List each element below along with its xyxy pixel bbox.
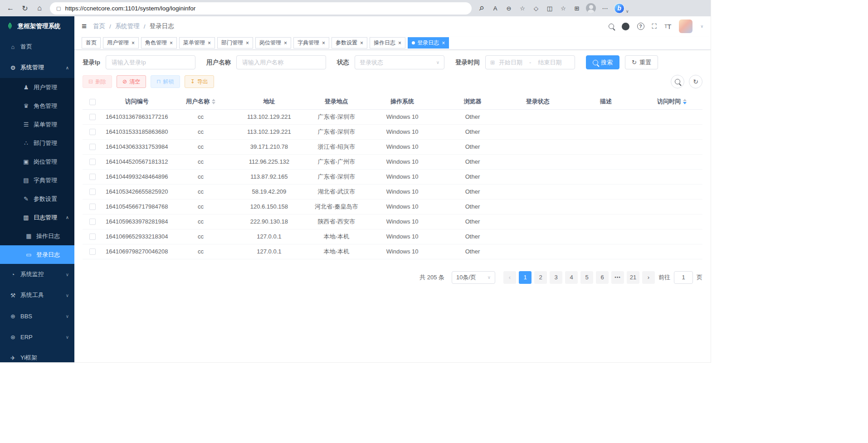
extensions-icon[interactable]: ◇: [530, 1, 542, 15]
page-button[interactable]: 3: [550, 271, 562, 284]
sort-icon[interactable]: [683, 99, 687, 104]
search-icon[interactable]: [609, 24, 614, 29]
tab[interactable]: 部门管理 ×: [217, 37, 253, 49]
tab[interactable]: 岗位管理 ×: [255, 37, 291, 49]
row-checkbox[interactable]: [89, 189, 96, 195]
column-header[interactable]: 访问时间: [641, 94, 702, 109]
tab[interactable]: 用户管理 ×: [103, 37, 139, 49]
next-page-button[interactable]: ›: [642, 271, 655, 284]
delete-button[interactable]: ⊟ 删除: [83, 75, 112, 88]
page-button[interactable]: 4: [565, 271, 578, 284]
sidebar-item[interactable]: ⊕ BBS∨: [0, 306, 74, 326]
close-icon[interactable]: ×: [284, 40, 287, 46]
app-logo[interactable]: 意框架管理系统: [0, 16, 74, 36]
reload-button[interactable]: ↻: [18, 1, 32, 15]
row-checkbox[interactable]: [89, 159, 96, 165]
tab[interactable]: 操作日志 ×: [370, 37, 405, 49]
favorites-bar-icon[interactable]: ☆: [557, 1, 570, 15]
refresh-table-button[interactable]: ↻: [689, 75, 702, 88]
close-icon[interactable]: ×: [360, 40, 363, 46]
date-range-picker[interactable]: ⊞ 开始日期 - 结束日期: [485, 55, 575, 69]
sidebar-item[interactable]: ⚒ 系统工具∨: [0, 285, 74, 306]
tab[interactable]: 首页: [82, 37, 101, 49]
read-aloud-icon[interactable]: A: [489, 1, 502, 15]
help-icon[interactable]: ?: [637, 23, 644, 30]
row-checkbox[interactable]: [89, 129, 96, 135]
table-row[interactable]: 1641044993248464896cc113.87.92.165广东省-深圳…: [83, 169, 702, 184]
page-button[interactable]: 1: [519, 271, 532, 284]
table-row[interactable]: 1641069798270046208cc127.0.0.1本地-本机Windo…: [83, 244, 702, 259]
goto-page-input[interactable]: [674, 271, 693, 284]
row-checkbox[interactable]: [89, 174, 96, 180]
close-icon[interactable]: ×: [398, 40, 401, 46]
tab[interactable]: 字典管理 ×: [293, 37, 329, 49]
row-checkbox[interactable]: [89, 144, 96, 150]
more-pages-button[interactable]: •••: [611, 271, 624, 284]
page-size-select[interactable]: 10条/页 ∨: [452, 271, 495, 284]
select-all-checkbox[interactable]: [89, 99, 96, 105]
login-ip-input[interactable]: [106, 55, 195, 69]
close-icon[interactable]: ×: [322, 40, 325, 46]
tab[interactable]: 角色管理 ×: [141, 37, 177, 49]
table-row[interactable]: 1641031367863177216cc113.102.129.221广东省-…: [83, 109, 702, 124]
home-button[interactable]: ⌂: [33, 1, 46, 15]
row-checkbox[interactable]: [89, 219, 96, 225]
page-button[interactable]: 21: [627, 271, 639, 284]
sidebar-item[interactable]: ⌂ 首页: [0, 36, 74, 57]
table-row[interactable]: 1641043063331753984cc39.171.210.78浙江省-绍兴…: [83, 139, 702, 154]
sidebar-item[interactable]: ⊛ ERP∨: [0, 326, 74, 347]
tab[interactable]: 菜单管理 ×: [179, 37, 215, 49]
sidebar-item[interactable]: ▣ 岗位管理: [0, 152, 74, 171]
table-row[interactable]: 1641044520567181312cc112.96.225.132广东省-广…: [83, 154, 702, 169]
sort-icon[interactable]: [212, 99, 215, 104]
reset-button[interactable]: ↻ 重置: [625, 55, 658, 69]
close-icon[interactable]: ×: [208, 40, 211, 46]
hamburger-icon[interactable]: ≡: [82, 21, 87, 31]
sidebar-item[interactable]: ◔ 系统监控∨: [0, 264, 74, 285]
table-row[interactable]: 1641069652933218304cc127.0.0.1本地-本机Windo…: [83, 229, 702, 244]
breadcrumb-item[interactable]: 系统管理: [115, 22, 140, 30]
prev-page-button[interactable]: ‹: [503, 271, 516, 284]
sidebar-item[interactable]: ▥ 日志管理∧: [0, 208, 74, 227]
sidebar-item[interactable]: ▦ 操作日志: [0, 227, 74, 245]
fullscreen-icon[interactable]: ⛶: [652, 22, 657, 30]
table-row[interactable]: 1641053426655825920cc58.19.42.209湖北省-武汉市…: [83, 184, 702, 199]
sidebar-item[interactable]: ☰ 菜单管理: [0, 115, 74, 134]
password-key-icon[interactable]: ⚲: [472, 0, 491, 18]
split-screen-icon[interactable]: ◫: [543, 1, 556, 15]
table-row[interactable]: 1641031533185863680cc113.102.129.221广东省-…: [83, 124, 702, 139]
page-button[interactable]: 6: [596, 271, 609, 284]
tab[interactable]: 登录日志 ×: [408, 37, 449, 49]
sidebar-item[interactable]: ▭ 登录日志: [0, 245, 74, 264]
page-button[interactable]: 2: [534, 271, 547, 284]
close-icon[interactable]: ×: [442, 40, 445, 46]
tab[interactable]: 参数设置 ×: [332, 37, 367, 49]
sidebar-item[interactable]: ♟ 用户管理: [0, 78, 74, 97]
sidebar-item[interactable]: ▤ 字典管理: [0, 171, 74, 190]
row-checkbox[interactable]: [89, 204, 96, 210]
status-select[interactable]: 登录状态 ∨: [355, 55, 444, 69]
address-bar[interactable]: ▢ https://ccnetcore.com:1101/system/log/…: [50, 2, 472, 15]
close-icon[interactable]: ×: [246, 40, 249, 46]
sidebar-item[interactable]: ✈ Yi框架: [0, 347, 74, 363]
back-button[interactable]: ←: [4, 1, 17, 15]
clear-button[interactable]: ⊘ 清空: [117, 75, 146, 88]
close-icon[interactable]: ×: [132, 40, 135, 46]
page-button[interactable]: 5: [580, 271, 593, 284]
bing-copilot-icon[interactable]: b: [614, 3, 624, 14]
row-checkbox[interactable]: [89, 114, 96, 120]
user-avatar[interactable]: [679, 19, 692, 33]
sidebar-item[interactable]: ∴ 部门管理: [0, 134, 74, 152]
breadcrumb-item[interactable]: 首页: [93, 22, 105, 30]
sidebar-item[interactable]: ♛ 角色管理: [0, 97, 74, 115]
font-size-icon[interactable]: TT: [664, 23, 671, 30]
unlock-button[interactable]: ⊓ 解锁: [151, 75, 180, 88]
collections-icon[interactable]: ⊞: [571, 1, 583, 15]
export-button[interactable]: ↧ 导出: [185, 75, 214, 88]
column-header[interactable]: 用户名称: [171, 94, 230, 109]
table-row[interactable]: 1641054566717984768cc120.6.150.158河北省-秦皇…: [83, 199, 702, 214]
zoom-out-icon[interactable]: ⊖: [502, 1, 515, 15]
browser-menu-icon[interactable]: ⋯: [599, 1, 611, 15]
close-icon[interactable]: ×: [170, 40, 173, 46]
row-checkbox[interactable]: [89, 248, 96, 255]
